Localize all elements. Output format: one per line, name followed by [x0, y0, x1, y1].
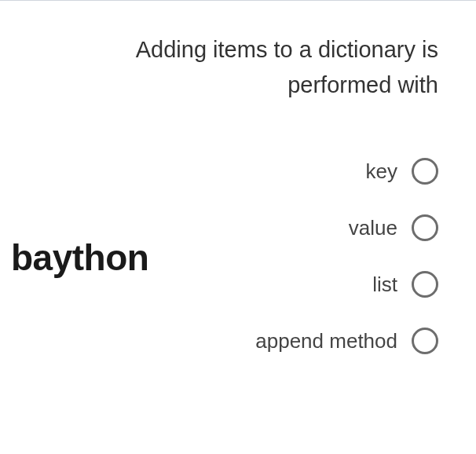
options-list: key value list append method [255, 158, 438, 354]
option-label: key [366, 159, 397, 184]
option-row-key[interactable]: key [255, 158, 438, 185]
option-row-value[interactable]: value [255, 214, 438, 241]
option-row-append-method[interactable]: append method [255, 328, 438, 354]
radio-icon[interactable] [412, 214, 438, 241]
question-text: Adding items to a dictionary is performe… [136, 32, 438, 103]
radio-icon[interactable] [412, 271, 438, 298]
radio-icon[interactable] [412, 158, 438, 185]
option-row-list[interactable]: list [255, 271, 438, 298]
option-label: append method [255, 329, 397, 353]
option-label: list [372, 273, 397, 297]
question-line-2: performed with [136, 68, 438, 103]
option-label: value [349, 216, 397, 240]
question-line-1: Adding items to a dictionary is [136, 32, 438, 68]
radio-icon[interactable] [412, 328, 438, 354]
watermark-text: baython [11, 236, 148, 279]
